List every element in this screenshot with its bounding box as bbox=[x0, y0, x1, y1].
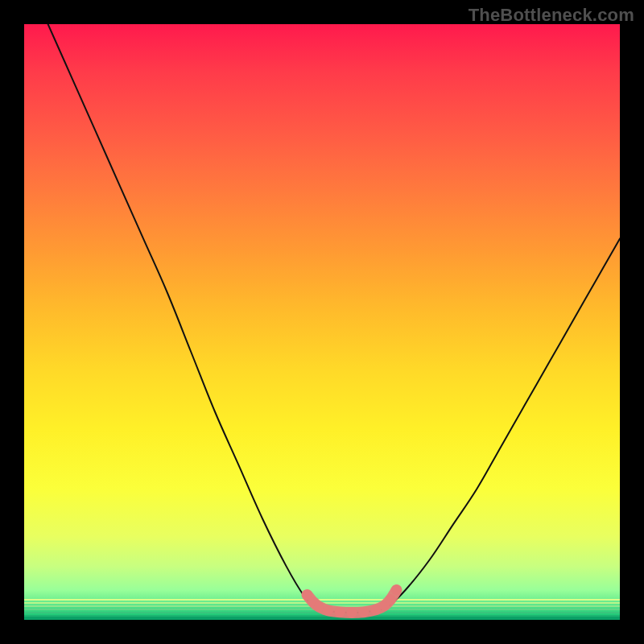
valley-marker bbox=[358, 607, 369, 617]
valley-marker bbox=[314, 601, 324, 612]
chart-stage: TheBottleneck.com bbox=[0, 0, 644, 644]
valley-marker bbox=[335, 607, 345, 617]
bottleneck-curve-svg bbox=[24, 24, 620, 620]
bottleneck-curve bbox=[48, 24, 620, 613]
valley-marker bbox=[370, 605, 381, 615]
valley-marker bbox=[347, 608, 357, 618]
curve-group bbox=[48, 24, 620, 613]
watermark-text: TheBottleneck.com bbox=[469, 5, 634, 26]
valley-marker bbox=[323, 605, 333, 616]
valley-marker bbox=[391, 585, 402, 596]
valley-marker-group bbox=[302, 585, 402, 618]
plot-area bbox=[24, 24, 620, 620]
valley-marker bbox=[386, 594, 396, 605]
